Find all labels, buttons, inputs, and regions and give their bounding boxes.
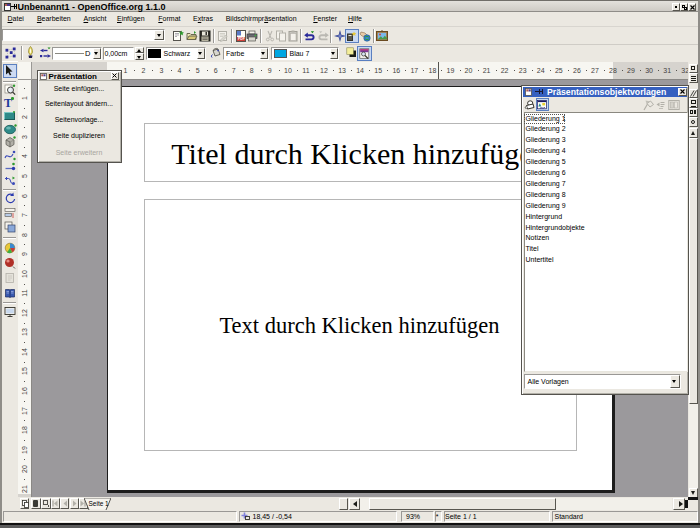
svg-text:PDF: PDF <box>238 37 245 41</box>
